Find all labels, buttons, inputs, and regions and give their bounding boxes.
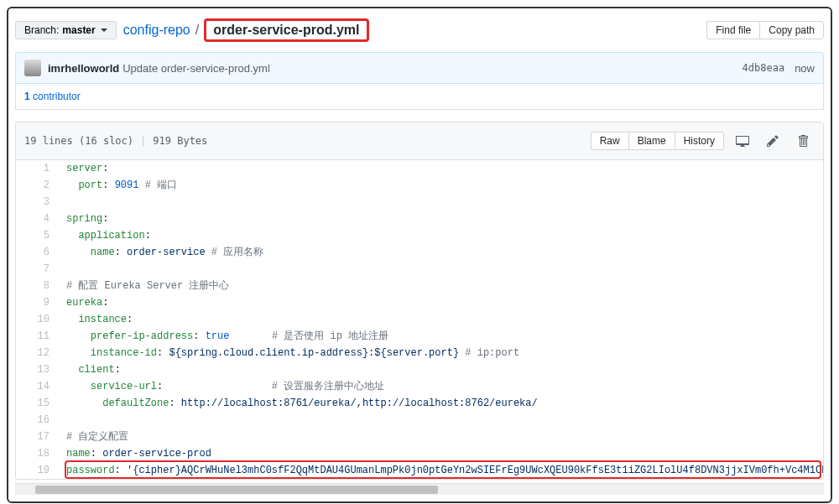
line-number[interactable]: 15 [16, 395, 58, 412]
line-number[interactable]: 2 [16, 177, 58, 194]
branch-select-button[interactable]: Branch: master [15, 21, 117, 39]
find-file-button[interactable]: Find file [706, 21, 759, 39]
line-number[interactable]: 17 [16, 429, 58, 445]
line-content: defaultZone: http://localhost:8761/eurek… [58, 395, 823, 412]
line-number[interactable]: 18 [16, 445, 58, 462]
line-number[interactable]: 4 [16, 210, 58, 227]
line-content: port: 9091 # 端口 [58, 177, 823, 194]
line-number[interactable]: 6 [16, 244, 58, 261]
blame-button[interactable]: Blame [628, 132, 675, 150]
breadcrumb: config-repo / order-service-prod.yml [123, 18, 369, 42]
pencil-icon[interactable] [761, 129, 784, 153]
line-content: eureka: [58, 294, 823, 311]
code-line: 4spring: [16, 210, 823, 227]
line-content: prefer-ip-address: true # 是否使用 ip 地址注册 [58, 328, 823, 345]
commit-author[interactable]: imrhelloworld [48, 62, 119, 75]
line-content [58, 194, 823, 210]
line-content: instance-id: ${spring.cloud.client.ip-ad… [58, 345, 823, 361]
code-line: 9eureka: [16, 294, 823, 311]
file-header: 19 lines (16 sloc) | 919 Bytes Raw Blame… [16, 122, 823, 160]
code-area: 1server:2 port: 9091 # 端口34spring:5 appl… [16, 160, 823, 479]
line-number[interactable]: 9 [16, 294, 58, 311]
line-number[interactable]: 1 [16, 160, 58, 177]
line-content: service-url: # 设置服务注册中心地址 [58, 378, 823, 395]
code-line: 15 defaultZone: http://localhost:8761/eu… [16, 395, 823, 412]
code-line: 10 instance: [16, 311, 823, 328]
contributors-bar: 1 contributor [15, 84, 824, 110]
code-line: 13 client: [16, 361, 823, 378]
contributors-link[interactable]: 1 contributor [24, 91, 81, 102]
code-line: 1server: [16, 160, 823, 177]
code-line: 19password: '{cipher}AQCrWHuNel3mhC0sfF2… [16, 462, 823, 479]
code-line: 6 name: order-service # 应用名称 [16, 244, 823, 261]
trash-icon[interactable] [791, 129, 815, 153]
line-content: # 自定义配置 [58, 429, 823, 445]
line-number[interactable]: 14 [16, 378, 58, 395]
commit-time: now [795, 62, 815, 75]
line-number[interactable]: 16 [16, 412, 58, 429]
file-box: 19 lines (16 sloc) | 919 Bytes Raw Blame… [15, 122, 824, 480]
code-line: 8# 配置 Eureka Server 注册中心 [16, 278, 823, 294]
code-line: 18name: order-service-prod [16, 445, 823, 462]
code-line: 11 prefer-ip-address: true # 是否使用 ip 地址注… [16, 328, 823, 345]
code-line: 17# 自定义配置 [16, 429, 823, 445]
file-size-info: 919 Bytes [153, 135, 207, 147]
line-content [58, 261, 823, 278]
file-nav: Branch: master config-repo / order-servi… [15, 15, 824, 52]
line-content: spring: [58, 210, 823, 227]
commit-message[interactable]: Update order-service-prod.yml [122, 62, 270, 75]
line-number[interactable]: 19 [16, 462, 58, 479]
line-content: # 配置 Eureka Server 注册中心 [58, 278, 823, 294]
code-line: 2 port: 9091 # 端口 [16, 177, 823, 194]
raw-button[interactable]: Raw [591, 132, 628, 150]
breadcrumb-separator: / [192, 23, 202, 38]
line-number[interactable]: 11 [16, 328, 58, 345]
horizontal-scrollbar[interactable] [15, 483, 824, 495]
line-number[interactable]: 5 [16, 227, 58, 244]
line-content: name: order-service # 应用名称 [58, 244, 823, 261]
code-line: 3 [16, 194, 823, 210]
history-button[interactable]: History [675, 132, 724, 150]
avatar[interactable] [24, 60, 41, 76]
code-line: 14 service-url: # 设置服务注册中心地址 [16, 378, 823, 395]
branch-name: master [62, 24, 95, 36]
code-line: 16 [16, 412, 823, 429]
breadcrumb-repo-link[interactable]: config-repo [123, 23, 190, 38]
line-content: server: [58, 160, 823, 177]
line-number[interactable]: 7 [16, 261, 58, 278]
file-lines-info: 19 lines (16 sloc) [24, 135, 133, 147]
line-number[interactable]: 10 [16, 311, 58, 328]
line-number[interactable]: 3 [16, 194, 58, 210]
copy-path-button[interactable]: Copy path [759, 21, 824, 39]
line-content: application: [58, 227, 823, 244]
chevron-down-icon [101, 29, 107, 32]
line-content [58, 412, 823, 429]
commit-sha[interactable]: 4db8eaa [743, 62, 785, 74]
scrollbar-thumb[interactable] [35, 486, 438, 494]
line-content: instance: [58, 311, 823, 328]
code-line: 5 application: [16, 227, 823, 244]
breadcrumb-current-file: order-service-prod.yml [204, 18, 368, 42]
branch-label: Branch: [24, 24, 59, 36]
line-number[interactable]: 13 [16, 361, 58, 378]
commit-tease: imrhelloworld Update order-service-prod.… [15, 52, 824, 84]
line-content: name: order-service-prod [58, 445, 823, 462]
code-line: 12 instance-id: ${spring.cloud.client.ip… [16, 345, 823, 361]
line-number[interactable]: 12 [16, 345, 58, 361]
code-line: 7 [16, 261, 823, 278]
line-content: client: [58, 361, 823, 378]
line-content: password: '{cipher}AQCrWHuNel3mhC0sfF2Qq… [58, 462, 823, 479]
line-number[interactable]: 8 [16, 278, 58, 294]
desktop-icon[interactable] [731, 129, 754, 153]
